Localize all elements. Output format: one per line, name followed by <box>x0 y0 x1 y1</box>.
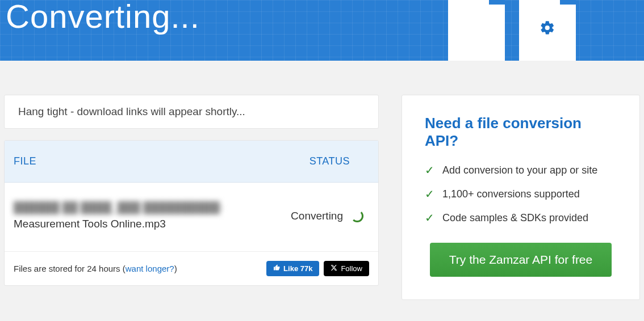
status-notice: Hang tight - download links will appear … <box>4 95 379 129</box>
list-item: ✓ Add conversion to your app or site <box>425 163 617 177</box>
file-name-redacted: ██████ ██ ████_███ ██████████- <box>14 200 252 216</box>
file-name-visible: Measurement Tools Online.mp3 <box>14 216 252 233</box>
hero-banner: Converting... <box>0 0 644 61</box>
hero-illustration <box>448 0 576 61</box>
list-item: ✓ Code samples & SDKs provided <box>425 211 617 225</box>
table-footer: Files are stored for 24 hours (want long… <box>5 252 378 285</box>
conversion-table: FILE STATUS ██████ ██ ████_███ █████████… <box>4 140 379 286</box>
status-text: Converting <box>291 210 343 222</box>
gear-icon <box>540 20 555 38</box>
x-follow-button[interactable]: Follow <box>324 261 369 276</box>
storage-suffix: ) <box>174 264 177 273</box>
spinner-icon <box>351 210 363 222</box>
column-header-file: FILE <box>14 155 36 167</box>
check-icon: ✓ <box>425 187 434 201</box>
document-icon <box>519 0 576 61</box>
like-label: Like 77k <box>283 264 312 273</box>
file-name-cell: ██████ ██ ████_███ ██████████- Measureme… <box>14 200 252 232</box>
api-title: Need a file conversion API? <box>425 115 617 150</box>
api-feature-list: ✓ Add conversion to your app or site ✓ 1… <box>425 163 617 225</box>
thumbs-up-icon <box>273 264 280 273</box>
api-promo-card: Need a file conversion API? ✓ Add conver… <box>402 95 640 300</box>
page-title: Converting... <box>6 0 200 33</box>
follow-label: Follow <box>341 264 362 273</box>
facebook-like-button[interactable]: Like 77k <box>266 261 319 276</box>
try-api-button[interactable]: Try the Zamzar API for free <box>430 243 612 277</box>
want-longer-link[interactable]: want longer? <box>126 264 174 273</box>
column-header-status: STATUS <box>310 155 350 167</box>
check-icon: ✓ <box>425 163 434 177</box>
table-header: FILE STATUS <box>5 141 378 183</box>
feature-text: Add conversion to your app or site <box>442 164 597 176</box>
table-row: ██████ ██ ████_███ ██████████- Measureme… <box>5 183 378 252</box>
feature-text: Code samples & SDKs provided <box>442 212 588 224</box>
check-icon: ✓ <box>425 211 434 225</box>
feature-text: 1,100+ conversions supported <box>442 188 580 200</box>
document-icon <box>448 0 505 61</box>
x-icon <box>331 264 337 273</box>
storage-prefix: Files are stored for 24 hours ( <box>14 264 126 273</box>
social-buttons: Like 77k Follow <box>266 261 369 276</box>
status-cell: Converting <box>291 210 369 222</box>
list-item: ✓ 1,100+ conversions supported <box>425 187 617 201</box>
storage-info: Files are stored for 24 hours (want long… <box>14 264 177 273</box>
